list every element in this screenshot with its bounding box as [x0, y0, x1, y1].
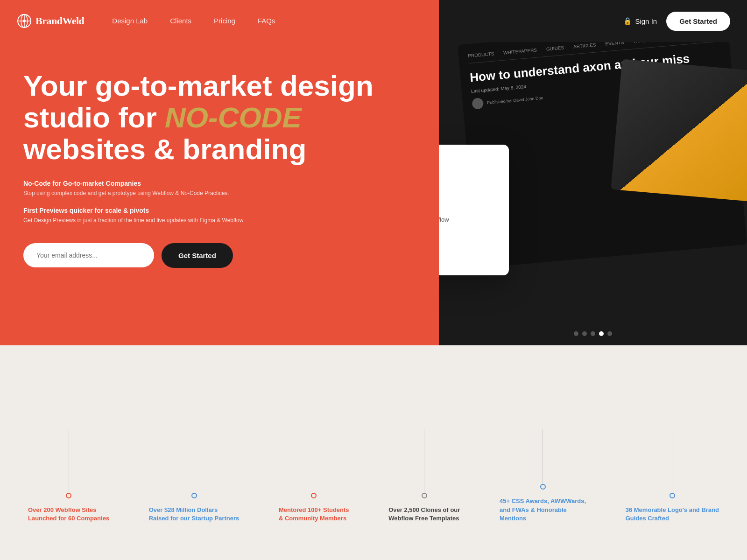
stat-2: Over $28 Million DollarsRaised for our S… [149, 429, 240, 523]
dot-5[interactable] [607, 331, 612, 336]
lock-icon: 🔒 [623, 17, 632, 25]
stat-5-line [543, 429, 543, 484]
top-right-nav: 🔒 Sign In Get Started [439, 0, 747, 42]
nav-item-articles: ARTICLES [573, 42, 597, 49]
stat-4-dot [422, 493, 427, 498]
author-text: Published by: David John Doe [487, 96, 543, 105]
hero-nocode: NO-CODE [165, 101, 302, 133]
stat-6-text: 36 Memorable Logo's and BrandGuides Craf… [626, 506, 719, 523]
stat-1: Over 200 Webflow SitesLaunched for 60 Co… [28, 429, 109, 523]
navbar: BrandWeld Design Lab Clients Pricing FAQ… [0, 0, 439, 42]
nav-pricing[interactable]: Pricing [214, 17, 235, 25]
hero-heading-line2: studio for [23, 101, 165, 133]
stat-1-dot [66, 493, 71, 498]
get-started-nav-button[interactable]: Get Started [666, 12, 730, 31]
dot-3[interactable] [591, 331, 595, 336]
hero-heading-line1: Your go-to-market design [23, 70, 374, 102]
logo[interactable]: BrandWeld [17, 14, 84, 28]
feature1-desc: Stop using complex code and get a protot… [23, 189, 416, 197]
feature1-title: No-Code for Go-to-market Companies [23, 180, 416, 187]
hero-section: Your go-to-market design studio for NO-C… [0, 42, 439, 345]
hero-heading-line3: websites & branding [23, 133, 306, 165]
stat-1-text: Over 200 Webflow SitesLaunched for 60 Co… [28, 506, 109, 523]
hero-features: No-Code for Go-to-market Companies Stop … [23, 180, 416, 224]
yellow-car-mockup [611, 59, 747, 203]
nav-clients[interactable]: Clients [170, 17, 191, 25]
hero-cta: Get Started [23, 243, 416, 268]
stat-4-line [424, 429, 424, 493]
carousel-dots [574, 331, 612, 336]
stat-5: 45+ CSS Awards, AWWWards,and FWAs & Hono… [500, 429, 586, 523]
get-started-button[interactable]: Get Started [162, 243, 233, 268]
axon-logo: AXON [439, 159, 495, 166]
feature2-desc: Get Design Previews in just a fraction o… [23, 216, 416, 224]
stat-4-text: Over 2,500 Clones of ourWebflow Free Tem… [388, 506, 460, 523]
stat-2-text: Over $28 Million DollarsRaised for our S… [149, 506, 240, 523]
stat-5-dot [540, 484, 546, 490]
stat-6-dot [669, 493, 675, 498]
author-avatar [472, 98, 484, 110]
nav-item-whitepapers: WHITEPAPERS [503, 47, 537, 55]
svg-point-4 [23, 20, 26, 22]
stat-3-text: Mentored 100+ Students& Community Member… [279, 506, 349, 523]
dot-4-active[interactable] [599, 331, 604, 336]
stat-2-line [194, 429, 194, 493]
stat-6-line [672, 429, 672, 493]
nav-item-training: TRAINING [633, 42, 656, 44]
axon-card: AXON Axon Webdesign, Webflow http://axon… [439, 145, 509, 275]
nav-item-products: PRODUCTS [468, 51, 494, 58]
sign-in-button[interactable]: 🔒 Sign In [623, 17, 657, 25]
stat-2-dot [191, 493, 197, 498]
hero-right-panel: PRODUCTS WHITEPAPERS GUIDES ARTICLES EVE… [439, 42, 747, 345]
nav-faqs[interactable]: FAQs [258, 17, 275, 25]
stat-3-line [314, 429, 314, 493]
stat-5-text: 45+ CSS Awards, AWWWards,and FWAs & Hono… [500, 497, 586, 523]
nav-item-events: EVENTS [605, 42, 624, 47]
sign-in-label: Sign In [635, 17, 657, 25]
nav-design-lab[interactable]: Design Lab [112, 17, 148, 25]
card-type: Webdesign, Webflow [439, 216, 495, 223]
email-input[interactable] [23, 243, 154, 267]
feature2-title: First Previews quicker for scale & pivot… [23, 207, 416, 214]
card-name: Axon [439, 203, 495, 213]
stat-4: Over 2,500 Clones of ourWebflow Free Tem… [388, 429, 460, 523]
stat-6: 36 Memorable Logo's and BrandGuides Craf… [626, 429, 719, 523]
stat-3: Mentored 100+ Students& Community Member… [279, 429, 349, 523]
dot-1[interactable] [574, 331, 578, 336]
nav-item-guides: GUIDES [546, 45, 564, 51]
dot-2[interactable] [582, 331, 587, 336]
stat-3-dot [311, 493, 317, 498]
mockup-container: PRODUCTS WHITEPAPERS GUIDES ARTICLES EVE… [439, 42, 747, 345]
hero-heading: Your go-to-market design studio for NO-C… [23, 70, 416, 166]
card-url: http://axon.com [439, 227, 495, 234]
stat-1-line [69, 429, 69, 493]
stats-bar: Over 200 Webflow SitesLaunched for 60 Co… [0, 345, 747, 560]
brand-name: BrandWeld [35, 15, 84, 27]
logo-icon [17, 14, 32, 28]
